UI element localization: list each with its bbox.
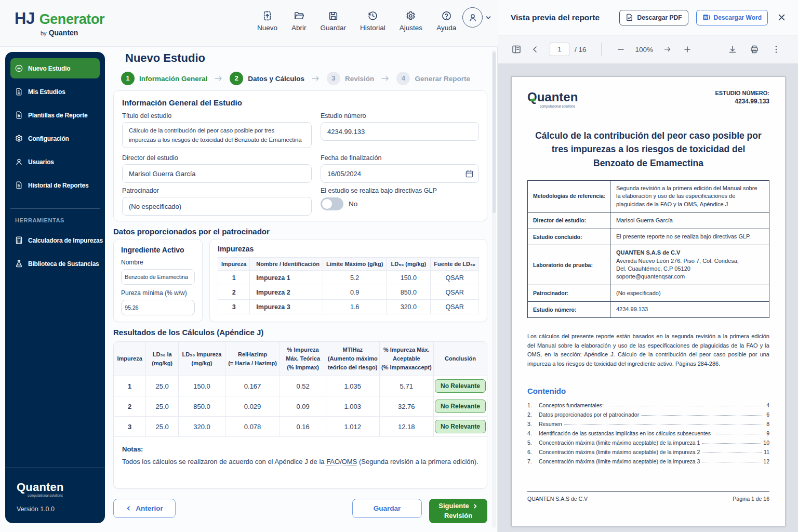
notes-text: Todos los cálculos se realizaron de acue… <box>122 458 478 466</box>
sidebar-item-plantillas-de-reporte[interactable]: Plantillas de Reporte <box>10 105 100 125</box>
results-cell: 0.078 <box>225 417 280 437</box>
guardar-button[interactable]: Guardar <box>352 499 422 518</box>
document-icon <box>15 87 23 96</box>
report-page: Quanten computational solutions ESTUDIO … <box>511 76 786 526</box>
sidebar: Nuevo EstudioMis EstudiosPlantillas de R… <box>5 52 105 523</box>
director-label: Director del estudio <box>122 154 312 162</box>
results-col-header: LD₅₀ Impureza (mg/kg) <box>179 342 225 376</box>
calendar-icon[interactable] <box>465 169 474 178</box>
pureza-input[interactable] <box>121 300 195 315</box>
calculator-icon <box>15 236 23 245</box>
doc-info-row: Laboratorio de prueba:QUANTEN S.A.S de C… <box>528 245 769 285</box>
sidebar-item-label: Calculadora de Impurezas <box>28 237 103 244</box>
results-table: ImpurezaLD₅₀ Ia (mg/kg)LD₅₀ Impureza (mg… <box>114 341 487 437</box>
step-arrow-icon <box>214 75 223 82</box>
impurities-row: 2Impureza 20.9850.0QSAR <box>218 285 479 300</box>
titulo-label: Título del estudio <box>122 112 312 119</box>
step-number: 1 <box>121 72 135 85</box>
sidebar-item-historial-de-reportes[interactable]: Historial de Reportes <box>10 175 100 195</box>
toc-label: Identificación de las sustancias implíci… <box>539 430 713 436</box>
arrow-right-icon[interactable] <box>663 45 672 54</box>
toc-leader-dots <box>564 424 764 425</box>
toolbar-ayuda-button[interactable]: Ayuda <box>436 10 456 32</box>
doc-info-value: QUANTEN S.A.S de C.VAvenida Nuevo León 2… <box>610 245 769 285</box>
toolbar-historial-button[interactable]: Historial <box>360 10 385 32</box>
glp-label: El estudio se realiza bajo directivas GL… <box>321 187 479 194</box>
print-icon[interactable] <box>750 45 759 54</box>
pdf-toolbar: / 16 100% <box>498 35 798 64</box>
siguiente-button[interactable]: Siguiente Revisión <box>429 499 487 523</box>
close-preview-button[interactable] <box>778 14 786 21</box>
results-cell: 0.16 <box>280 417 326 437</box>
thumbnails-icon[interactable] <box>512 45 521 54</box>
fecha-input[interactable] <box>321 164 479 183</box>
results-cell: 0.167 <box>225 376 280 396</box>
main-scrollbar-thumb[interactable] <box>493 52 496 213</box>
director-input[interactable] <box>122 164 312 183</box>
toolbar-nuevo-button[interactable]: Nuevo <box>257 10 277 32</box>
doc-info-row: Patrocinador:(No especificado) <box>528 285 769 301</box>
doc-info-value: El presente reporte no se realiza bajo d… <box>610 229 769 245</box>
sidebar-item-biblioteca-de-sustancias[interactable]: Biblioteca de Sustancias <box>10 254 100 274</box>
sidebar-item-calculadora-de-impurezas[interactable]: Calculadora de Impurezas <box>10 230 100 250</box>
notes-block: Notas: Todos los cálculos se realizaron … <box>114 437 487 488</box>
toolbar-abrir-button[interactable]: Abrir <box>291 10 307 32</box>
patrocinador-input[interactable] <box>122 197 312 216</box>
anterior-button[interactable]: Anterior <box>113 499 176 518</box>
zoom-in-icon[interactable] <box>683 45 692 54</box>
toc-leader-dots <box>702 443 761 444</box>
doc-footer-right: Página 1 de 16 <box>733 496 769 502</box>
step-revision[interactable]: 3Revisión <box>327 72 374 85</box>
doc-footer: QUANTEN S.A.S de C.V Página 1 de 16 <box>527 491 769 502</box>
open-folder-icon <box>294 10 304 21</box>
app-header: HJGenerator byQuanten NuevoAbrirGuardarH… <box>0 0 498 47</box>
save-icon <box>328 10 339 21</box>
chevron-down-icon <box>485 15 491 21</box>
step-number: 3 <box>327 72 340 85</box>
avatar-icon <box>462 7 483 28</box>
impurities-cell: QSAR <box>431 300 479 314</box>
main-scrollbar[interactable] <box>492 50 496 528</box>
main-content: Nuevo Estudio 1Información General2Datos… <box>113 47 487 523</box>
step-datos-y-calculos[interactable]: 2Datos y Cálculos <box>230 72 304 85</box>
titulo-input[interactable]: Cálculo de la contribución del peor caso… <box>122 122 312 148</box>
toolbar-ajustes-button[interactable]: Ajustes <box>400 10 422 32</box>
impurities-col-header: LD₅₀ (mg/kg) <box>387 258 431 271</box>
more-options-icon[interactable] <box>772 45 781 54</box>
user-menu-button[interactable] <box>462 7 491 28</box>
descargar-pdf-button[interactable]: Descargar PDF <box>619 10 688 25</box>
prev-page-icon[interactable] <box>530 45 540 54</box>
results-cell: 32.76 <box>379 396 433 417</box>
sidebar-item-nuevo-estudio[interactable]: Nuevo Estudio <box>10 58 100 78</box>
zoom-out-icon[interactable] <box>616 45 626 54</box>
descargar-word-button[interactable]: W Descargar Word <box>696 10 768 25</box>
impurities-row: 1Impureza 15.2150.0QSAR <box>218 271 479 285</box>
numero-input[interactable] <box>321 122 479 141</box>
step-informacion-general[interactable]: 1Información General <box>121 72 207 85</box>
impurities-cell: 320.0 <box>387 300 431 314</box>
step-generar-reporte[interactable]: 4Generar Reporte <box>396 72 470 85</box>
toolbar-guardar-button[interactable]: Guardar <box>321 10 347 32</box>
doc-paragraph: Los cálculos del presente reporte están … <box>527 332 769 368</box>
sidebar-item-mis-estudios[interactable]: Mis Estudios <box>10 82 100 102</box>
logo-generator: Generator <box>39 11 104 28</box>
toc-number: 6. <box>527 449 539 455</box>
sponsor-section-heading: Datos proporcionados por el patrocinador <box>113 227 487 236</box>
page-number-input[interactable] <box>550 43 569 56</box>
toolbar-divider <box>601 43 602 56</box>
wizard-stepper: 1Información General2Datos y Cálculos3Re… <box>121 72 487 85</box>
app-window: HJGenerator byQuanten NuevoAbrirGuardarH… <box>0 0 498 532</box>
results-cell: 150.0 <box>179 376 225 396</box>
sidebar-item-configuracion[interactable]: Configuración <box>10 128 100 149</box>
nombre-input[interactable] <box>121 269 195 285</box>
download-icon[interactable] <box>728 45 737 54</box>
toc-leader-dots <box>641 415 764 416</box>
toc-page-number: 8 <box>764 421 769 427</box>
sidebar-item-usuarios[interactable]: Usuarios <box>10 152 100 172</box>
fao-oms-link[interactable]: FAO/OMS <box>326 458 357 466</box>
toolbar-item-label: Ayuda <box>436 24 456 32</box>
glp-toggle[interactable] <box>321 197 343 210</box>
glp-toggle-knob <box>322 199 332 209</box>
results-cell: 0.09 <box>280 396 326 417</box>
sidebar-item-label: Plantillas de Reporte <box>28 112 88 119</box>
